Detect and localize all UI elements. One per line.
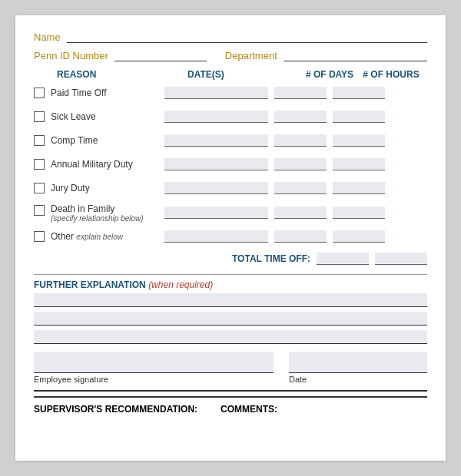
further-explanation-line-1[interactable] bbox=[34, 293, 427, 307]
reason-label-annual-military-duty: Annual Military Duty bbox=[51, 159, 164, 170]
when-required-label: (when required) bbox=[148, 279, 213, 290]
employee-signature-label: Employee signature bbox=[34, 375, 274, 384]
checkbox-annual-military-duty[interactable] bbox=[34, 159, 45, 170]
dates-input-annual-military-duty[interactable] bbox=[164, 158, 268, 170]
further-explanation-line-2[interactable] bbox=[34, 312, 427, 326]
employee-signature-input[interactable] bbox=[34, 352, 274, 373]
col-dates-header: DATE(S) bbox=[187, 69, 299, 80]
total-time-off-label: TOTAL TIME OFF: bbox=[232, 253, 310, 264]
col-reason-header: REASON bbox=[57, 69, 187, 80]
date-input[interactable] bbox=[289, 352, 427, 373]
days-input-death-in-family[interactable] bbox=[274, 207, 327, 219]
column-headers: REASON DATE(S) # OF DAYS # OF HOURS bbox=[34, 69, 427, 80]
date-block: Date bbox=[289, 352, 427, 384]
signature-section: Employee signature Date bbox=[34, 352, 427, 384]
reason-label-death-in-family: Death in Family(specify relationship bel… bbox=[51, 203, 164, 223]
reason-row-paid-time-off: Paid Time Off bbox=[34, 83, 427, 103]
penn-dept-row: Penn ID Number Department bbox=[34, 49, 427, 61]
comments-label: COMMENTS: bbox=[221, 404, 277, 415]
divider-1 bbox=[34, 274, 427, 275]
col-hours-header: # OF HOURS bbox=[360, 69, 422, 80]
further-explanation-section: FURTHER EXPLANATION (when required) bbox=[34, 279, 427, 344]
department-label: Department bbox=[225, 50, 277, 61]
total-days-input[interactable] bbox=[317, 253, 369, 265]
further-explanation-label: FURTHER EXPLANATION (when required) bbox=[34, 279, 427, 290]
dates-input-death-in-family[interactable] bbox=[164, 207, 268, 219]
reason-label-other: Other explain below bbox=[51, 231, 164, 242]
reason-row-comp-time: Comp Time bbox=[34, 131, 427, 150]
days-input-paid-time-off[interactable] bbox=[274, 87, 327, 99]
supervisor-section: SUPERVISOR'S RECOMMENDATION: COMMENTS: bbox=[34, 396, 427, 415]
checkbox-comp-time[interactable] bbox=[34, 135, 45, 146]
death-in-family-subtext: (specify relationship below) bbox=[51, 214, 164, 223]
total-row: TOTAL TIME OFF: bbox=[34, 253, 427, 265]
further-explanation-main-label: FURTHER EXPLANATION bbox=[34, 279, 146, 290]
hours-input-paid-time-off[interactable] bbox=[333, 87, 385, 99]
divider-2 bbox=[34, 390, 427, 392]
name-label: Name bbox=[34, 31, 61, 43]
reason-label-sick-leave: Sick Leave bbox=[51, 111, 164, 122]
hours-input-sick-leave[interactable] bbox=[333, 111, 385, 123]
penn-id-input-line[interactable] bbox=[114, 49, 207, 61]
hours-input-other[interactable] bbox=[333, 230, 385, 243]
dates-input-other[interactable] bbox=[164, 230, 268, 243]
name-row: Name bbox=[34, 31, 427, 43]
employee-signature-block: Employee signature bbox=[34, 352, 274, 384]
days-input-other[interactable] bbox=[274, 230, 327, 243]
hours-input-annual-military-duty[interactable] bbox=[333, 158, 385, 170]
date-label: Date bbox=[289, 375, 427, 384]
checkbox-sick-leave[interactable] bbox=[34, 111, 45, 122]
col-days-header: # OF DAYS bbox=[299, 69, 360, 80]
hours-input-jury-duty[interactable] bbox=[333, 182, 385, 194]
dates-input-sick-leave[interactable] bbox=[164, 111, 268, 123]
checkbox-death-in-family[interactable] bbox=[34, 205, 45, 216]
reason-rows: Paid Time Off Sick Leave Comp Time Annua… bbox=[34, 83, 427, 246]
checkbox-paid-time-off[interactable] bbox=[34, 88, 45, 98]
reason-row-other: Other explain below bbox=[34, 226, 427, 246]
reason-label-jury-duty: Jury Duty bbox=[51, 183, 164, 193]
reason-row-sick-leave: Sick Leave bbox=[34, 107, 427, 127]
penn-id-label: Penn ID Number bbox=[34, 50, 108, 61]
further-explanation-line-3[interactable] bbox=[34, 330, 427, 344]
days-input-comp-time[interactable] bbox=[274, 134, 327, 147]
reason-row-death-in-family: Death in Family(specify relationship bel… bbox=[34, 202, 427, 223]
form-container: Name Penn ID Number Department REASON DA… bbox=[15, 15, 446, 461]
days-input-jury-duty[interactable] bbox=[274, 182, 327, 194]
reason-label-paid-time-off: Paid Time Off bbox=[51, 88, 164, 98]
dates-input-paid-time-off[interactable] bbox=[164, 87, 268, 99]
department-input-line[interactable] bbox=[284, 49, 427, 61]
name-input-line[interactable] bbox=[67, 31, 427, 43]
hours-input-death-in-family[interactable] bbox=[333, 207, 385, 219]
checkbox-other[interactable] bbox=[34, 231, 45, 242]
reason-row-jury-duty: Jury Duty bbox=[34, 178, 427, 198]
days-input-sick-leave[interactable] bbox=[274, 111, 327, 123]
dates-input-comp-time[interactable] bbox=[164, 134, 268, 147]
hours-input-comp-time[interactable] bbox=[333, 134, 385, 147]
reason-row-annual-military-duty: Annual Military Duty bbox=[34, 154, 427, 174]
days-input-annual-military-duty[interactable] bbox=[274, 158, 327, 170]
total-hours-input[interactable] bbox=[375, 253, 427, 265]
dates-input-jury-duty[interactable] bbox=[164, 182, 268, 194]
reason-label-comp-time: Comp Time bbox=[51, 135, 164, 146]
checkbox-jury-duty[interactable] bbox=[34, 183, 45, 193]
supervisor-recommendation-label: SUPERVISOR'S RECOMMENDATION: bbox=[34, 404, 197, 415]
